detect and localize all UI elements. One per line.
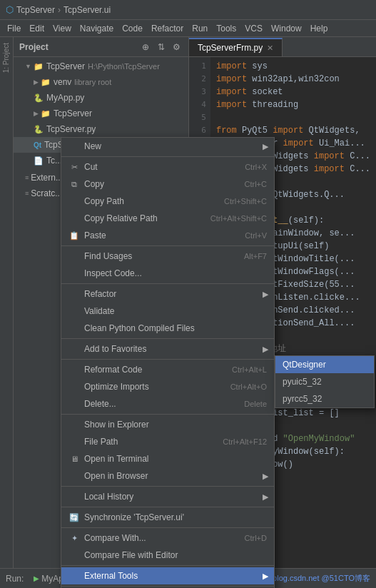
submenu-pyuic5[interactable]: pyuic5_32: [275, 373, 374, 390]
ctx-external-tools[interactable]: External Tools ▶: [61, 567, 274, 584]
tree-item-tcpserver-folder[interactable]: ▶ 📁 TcpServer: [14, 106, 188, 121]
ctx-compare-with[interactable]: ✦ Compare With... Ctrl+D: [61, 529, 274, 547]
qtdesigner-label: QtDesigner: [283, 360, 326, 370]
ctx-cut-label: Cut: [84, 162, 98, 172]
ctx-synchronize[interactable]: 🔄 Synchronize 'TcpServer.ui': [61, 509, 274, 526]
ctx-refactor[interactable]: Refactor ▶: [61, 285, 274, 303]
terminal-icon: 🖥: [68, 455, 80, 463]
project-header: Project ⊕ ⇅ ⚙: [14, 37, 188, 57]
ctx-add-favorites[interactable]: Add to Favorites ▶: [61, 340, 274, 358]
menu-file[interactable]: File: [3, 22, 25, 35]
submenu-qtdesigner[interactable]: QtDesigner: [275, 356, 374, 373]
sort-icon[interactable]: ⇅: [156, 41, 167, 53]
menu-view[interactable]: View: [49, 22, 76, 35]
project-icons: ⊕ ⇅ ⚙: [140, 41, 183, 53]
ctx-copy[interactable]: ⧉ Copy Ctrl+C: [61, 176, 274, 193]
cut-shortcut: Ctrl+X: [245, 163, 267, 171]
code-line-1: import sys: [216, 60, 370, 73]
ctx-sep-3: [61, 338, 274, 339]
add-icon[interactable]: ⊕: [140, 41, 151, 53]
ctx-reformat[interactable]: Reformat Code Ctrl+Alt+L: [61, 361, 274, 378]
run-label: Run:: [6, 574, 24, 584]
ctx-compare-editor[interactable]: Compare File with Editor: [61, 547, 274, 564]
ctx-sep-2: [61, 283, 274, 284]
ctx-inspect-code[interactable]: Inspect Code...: [61, 265, 274, 282]
compare-shortcut: Ctrl+D: [245, 534, 267, 542]
file-path-shortcut: Ctrl+Alt+F12: [223, 437, 267, 446]
optimize-shortcut: Ctrl+Alt+O: [230, 382, 267, 391]
ctx-show-explorer[interactable]: Show in Explorer: [61, 416, 274, 433]
tab-tcpserverfrm[interactable]: TcpServerFrm.py ✕: [189, 38, 283, 56]
tree-item-myapp[interactable]: 🐍 MyApp.py: [14, 90, 188, 106]
compare-icon: ✦: [68, 534, 80, 543]
project-title: Project: [19, 42, 140, 52]
ctx-history-label: Local History: [84, 492, 133, 502]
ctx-sep-0: [61, 156, 274, 157]
menu-code[interactable]: Code: [118, 22, 147, 35]
ctx-paste[interactable]: 📋 Paste Ctrl+V: [61, 227, 274, 244]
tab-label: TcpServerFrm.py: [198, 43, 263, 53]
ctx-sep-8: [61, 527, 274, 528]
ctx-copy-path[interactable]: Copy Path Ctrl+Shift+C: [61, 193, 274, 210]
ctx-copy-path-label: Copy Path: [84, 196, 124, 206]
copy-relative-path-shortcut: Ctrl+Alt+Shift+C: [210, 214, 267, 223]
tree-label: Extern...: [31, 173, 63, 183]
ctx-delete-label: Delete...: [84, 399, 116, 409]
pyuic5-label: pyuic5_32: [283, 377, 322, 387]
project-name: TcpServer: [16, 5, 55, 15]
expand-arrow: ≡: [25, 190, 29, 197]
ctx-refactor-label: Refactor: [84, 289, 116, 299]
menu-edit[interactable]: Edit: [25, 22, 49, 35]
ctx-delete[interactable]: Delete... Delete: [61, 395, 274, 412]
ctx-validate-label: Validate: [84, 306, 114, 316]
menu-refactor[interactable]: Refactor: [147, 22, 188, 35]
ctx-local-history[interactable]: Local History ▶: [61, 488, 274, 505]
ctx-browser-label: Open in Browser: [84, 471, 148, 481]
ctx-validate[interactable]: Validate: [61, 303, 274, 320]
delete-shortcut: Delete: [244, 400, 267, 408]
tree-label: TcpServer: [46, 61, 85, 71]
ctx-new[interactable]: New ▶: [61, 138, 274, 155]
find-shortcut: Alt+F7: [244, 252, 267, 260]
submenu: QtDesigner pyuic5_32 pyrcc5_32: [275, 355, 375, 408]
copy-shortcut: Ctrl+C: [245, 180, 267, 188]
ctx-sep-1: [61, 245, 274, 246]
code-line-5: [216, 111, 370, 124]
expand-arrow: ▶: [34, 78, 39, 86]
ctx-copy-label: Copy: [84, 179, 104, 189]
submenu-pyrcc5[interactable]: pyrcc5_32: [275, 390, 374, 407]
close-tab-icon[interactable]: ✕: [267, 44, 273, 53]
folder-icon: 📁: [41, 109, 51, 118]
ctx-open-browser[interactable]: Open in Browser ▶: [61, 467, 274, 485]
tree-item-tcpserver-py[interactable]: 🐍 TcpServer.py: [14, 121, 188, 137]
tree-label: TcpServer.py: [46, 124, 96, 134]
tree-label: MyApp.py: [46, 93, 84, 103]
ctx-find-usages[interactable]: Find Usages Alt+F7: [61, 248, 274, 265]
ctx-copy-relative-path[interactable]: Copy Relative Path Ctrl+Alt+Shift+C: [61, 210, 274, 227]
ctx-sep-4: [61, 359, 274, 360]
menu-navigate[interactable]: Navigate: [76, 22, 118, 35]
tree-item-tcpserver-root[interactable]: ▼ 📁 TcpServer H:\Python\TcpServer: [14, 59, 188, 74]
settings-icon[interactable]: ⚙: [171, 41, 183, 53]
menu-help[interactable]: Help: [306, 22, 332, 35]
tree-label: venv: [54, 77, 71, 87]
menu-run[interactable]: Run: [188, 22, 212, 35]
ctx-cut[interactable]: ✂ Cut Ctrl+X: [61, 158, 274, 176]
menu-vcs[interactable]: VCS: [240, 22, 267, 35]
ctx-sep-5: [61, 414, 274, 415]
menu-window[interactable]: Window: [267, 22, 306, 35]
ctx-open-terminal[interactable]: 🖥 Open in Terminal: [61, 450, 274, 467]
line-num-6: 6: [189, 124, 206, 137]
favorites-arrow: ▶: [263, 345, 268, 354]
folder-icon: 📁: [34, 62, 44, 71]
ctx-optimize[interactable]: Optimize Imports Ctrl+Alt+O: [61, 378, 274, 395]
paste-icon: 📋: [68, 231, 80, 240]
tree-item-venv[interactable]: ▶ 📁 venv library root: [14, 74, 188, 90]
ctx-paste-label: Paste: [84, 230, 106, 240]
ctx-clean-python[interactable]: Clean Python Compiled Files: [61, 320, 274, 337]
ctx-inspect-label: Inspect Code...: [84, 268, 142, 278]
line-num-2: 2: [189, 73, 206, 86]
menu-tools[interactable]: Tools: [212, 22, 240, 35]
pyrcc5-label: pyrcc5_32: [283, 394, 322, 404]
ctx-file-path[interactable]: File Path Ctrl+Alt+F12: [61, 433, 274, 450]
